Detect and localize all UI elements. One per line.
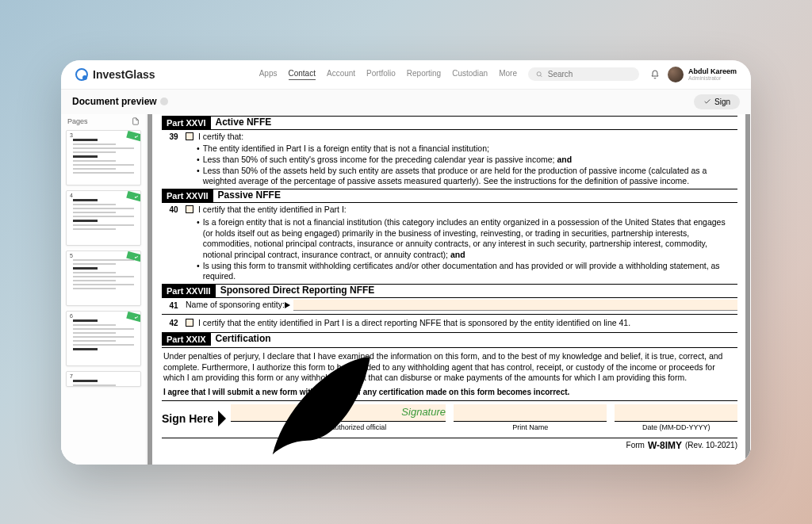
line-42-text: I certify that the entity identified in …	[198, 318, 737, 329]
add-page-icon[interactable]	[132, 117, 140, 125]
form-rev: (Rev. 10-2021)	[685, 440, 737, 453]
page-thumb-6[interactable]: ✔	[66, 311, 141, 366]
nav-reporting[interactable]: Reporting	[407, 69, 441, 80]
search-input[interactable]	[548, 70, 631, 78]
sign-button[interactable]: Sign	[694, 94, 740, 109]
svg-point-0	[537, 71, 541, 75]
nav-contact[interactable]: Contact	[289, 69, 316, 80]
line-40-text: I certify that the entity identified in …	[198, 205, 737, 216]
user-menu[interactable]: Abdul Kareem Administrator	[668, 67, 737, 82]
page-thumb-7[interactable]	[66, 371, 141, 387]
part26-bullet-2: Less than 50% of such entity's gross inc…	[203, 155, 557, 164]
pages-sidebar: Pages ✔ ✔ ✔ ✔	[61, 114, 147, 465]
page-thumb-4[interactable]: ✔	[66, 190, 141, 246]
feather-icon	[231, 329, 398, 465]
print-name-field[interactable]	[454, 404, 607, 422]
nav-custodian[interactable]: Custodian	[452, 69, 488, 80]
line-40-num: 40	[162, 205, 186, 215]
date-field[interactable]	[615, 404, 737, 422]
line-39-text: I certify that:	[198, 132, 737, 143]
line-39-num: 39	[162, 132, 186, 142]
top-bar: InvestGlass Apps Contact Account Portfol…	[61, 60, 751, 89]
top-nav: Apps Contact Account Portfolio Reporting…	[259, 69, 517, 80]
part27-bullet-2: Is using this form to transmit withholdi…	[203, 261, 737, 282]
sub-header: Document preview Sign	[61, 89, 751, 114]
line-39-checkbox[interactable]	[186, 132, 193, 140]
avatar	[668, 67, 684, 82]
signature-caption: Signature of authorized official	[290, 423, 386, 433]
document-viewer[interactable]: Part XXVI Active NFFE 39 I certify that:…	[147, 114, 751, 465]
part-27-header: Part XXVII Passive NFFE	[162, 189, 737, 203]
nav-portfolio[interactable]: Portfolio	[366, 69, 396, 80]
brand[interactable]: InvestGlass	[75, 68, 155, 81]
line-42-num: 42	[162, 318, 186, 328]
top-icons: Abdul Kareem Administrator	[650, 67, 737, 82]
search-box[interactable]	[528, 67, 639, 81]
form-id: W-8IMY	[648, 440, 682, 453]
search-icon	[536, 71, 543, 78]
signature-field[interactable]: Signature	[231, 404, 446, 422]
user-role: Administrator	[688, 75, 737, 81]
line-41-text: Name of sponsoring entity:	[186, 300, 285, 311]
date-caption: Date (MM-DD-YYYY)	[642, 423, 710, 433]
page-thumb-3[interactable]: ✔	[66, 130, 141, 186]
page-thumb-5[interactable]: ✔	[66, 251, 141, 306]
page-title: Document preview	[72, 96, 157, 107]
line-41-num: 41	[162, 300, 186, 311]
triangle-icon	[285, 302, 290, 308]
user-name: Abdul Kareem	[688, 68, 737, 75]
nav-apps[interactable]: Apps	[259, 69, 278, 80]
check-edit-icon	[703, 98, 711, 105]
nav-account[interactable]: Account	[327, 69, 355, 80]
part26-bullet-1: The entity identified in Part I is a for…	[203, 143, 737, 155]
status-dot-icon	[160, 98, 168, 105]
part-26-header: Part XXVI Active NFFE	[162, 116, 737, 130]
arrow-icon	[218, 411, 226, 426]
line-41-input[interactable]	[293, 300, 737, 311]
print-name-caption: Print Name	[512, 423, 548, 433]
nav-more[interactable]: More	[499, 69, 517, 80]
part-28-header: Part XXVIII Sponsored Direct Reporting N…	[162, 284, 737, 298]
line-42-checkbox[interactable]	[186, 319, 193, 327]
svg-line-1	[540, 75, 542, 77]
brand-logo-icon	[75, 68, 88, 81]
sidebar-title: Pages	[67, 117, 88, 125]
notifications-icon[interactable]	[650, 70, 660, 79]
workspace: Pages ✔ ✔ ✔ ✔ Part XXVI Active NFFE	[61, 114, 751, 465]
part26-bullet-3: Less than 50% of the assets held by such…	[203, 166, 737, 187]
app-window: InvestGlass Apps Contact Account Portfol…	[61, 60, 751, 465]
sign-here-label: Sign Here	[162, 411, 213, 426]
sign-here-row: Sign Here Signature Signature of authori…	[162, 401, 737, 433]
sign-button-label: Sign	[714, 98, 730, 106]
line-40-checkbox[interactable]	[186, 205, 193, 213]
brand-name: InvestGlass	[93, 68, 155, 81]
